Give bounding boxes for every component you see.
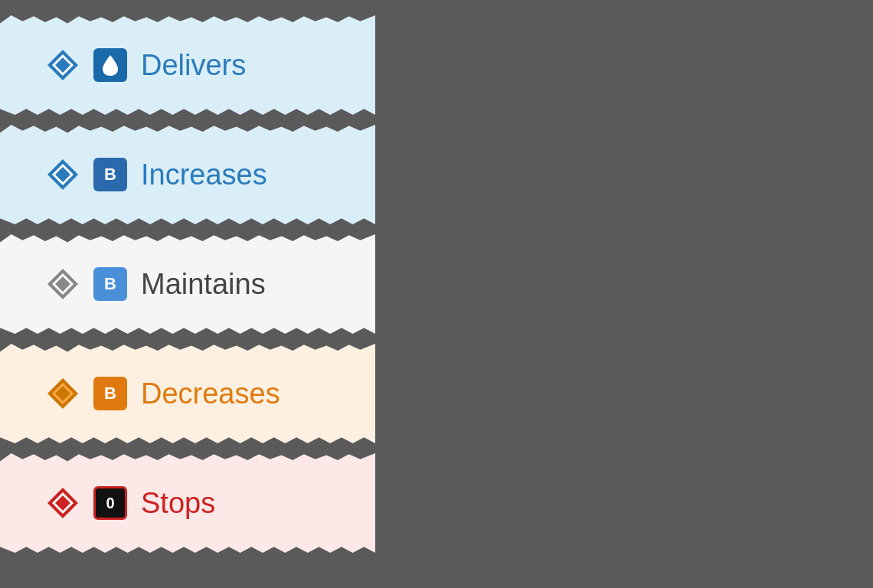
maintains-panel: B Maintains <box>0 234 375 334</box>
stops-panel: 0 Stops <box>0 453 375 553</box>
stops-zero-icon: 0 <box>93 486 127 520</box>
maintains-diamond-icon <box>46 267 80 301</box>
delivers-diamond-icon <box>46 48 80 82</box>
water-drop-icon <box>93 48 127 82</box>
decreases-label: Decreases <box>141 377 280 410</box>
increases-b-icon: B <box>93 158 127 191</box>
increases-panel: B Increases <box>0 125 375 224</box>
decreases-diamond-icon <box>46 377 80 410</box>
stops-label: Stops <box>141 487 215 520</box>
increases-label: Increases <box>141 158 267 191</box>
maintains-b-icon: B <box>93 267 127 301</box>
delivers-label: Delivers <box>141 49 246 82</box>
delivers-panel: Delivers <box>0 15 375 115</box>
maintains-label: Maintains <box>141 268 266 301</box>
decreases-panel: B Decreases <box>0 344 375 443</box>
decreases-b-icon: B <box>93 377 127 410</box>
increases-diamond-icon <box>46 158 80 191</box>
stops-diamond-icon <box>46 486 80 520</box>
